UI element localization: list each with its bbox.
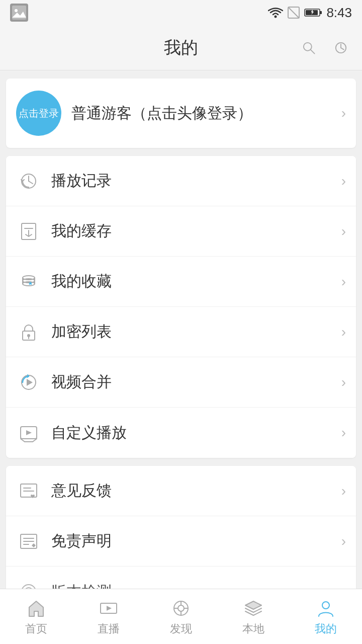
svg-point-4 [275,16,277,18]
local-nav-icon [242,597,264,619]
custom-chevron: › [341,425,346,441]
header-actions [298,37,352,59]
page-title: 我的 [164,36,198,59]
svg-point-2 [15,9,18,12]
feedback-icon [16,478,41,504]
cache-label: 我的缓存 [51,221,341,242]
live-nav-label: 直播 [98,621,120,636]
menu-item-feedback[interactable]: 意见反馈 › [6,466,356,516]
disclaimer-icon [16,529,41,554]
discover-nav-icon [170,597,192,619]
discover-nav-label: 发现 [170,621,192,636]
svg-line-15 [341,48,344,50]
menu-item-merge[interactable]: 视频合并 › [6,357,356,408]
menu-section-1: 播放记录 › 我的缓存 › [6,156,356,458]
nav-item-local[interactable]: 本地 [217,589,290,644]
profile-left: 点击登录 普通游客（点击头像登录） [16,91,252,136]
local-nav-label: 本地 [242,621,264,636]
bottom-nav: 首页 直播 发现 [0,589,362,644]
profile-chevron: › [341,105,346,121]
profile-name: 普通游客（点击头像登录） [71,103,252,124]
feedback-chevron: › [341,483,346,499]
disclaimer-chevron: › [341,533,346,549]
status-bar: 8:43 [0,0,362,25]
search-button[interactable] [298,37,320,59]
battery-icon [304,8,322,18]
menu-item-playback[interactable]: 播放记录 › [6,156,356,206]
favorites-icon [16,269,41,294]
signal-icon [287,6,300,19]
encrypted-chevron: › [341,324,346,340]
wifi-icon [268,7,283,19]
menu-item-favorites[interactable]: 我的收藏 › [6,257,356,307]
clock-icon [333,40,349,56]
cache-chevron: › [341,223,346,239]
header: 我的 [0,25,362,70]
svg-marker-55 [245,601,261,609]
svg-marker-35 [26,430,32,435]
status-bar-left [10,4,28,22]
svg-line-12 [311,49,315,53]
merge-icon [16,370,41,395]
feedback-label: 意见反馈 [51,480,341,501]
menu-item-disclaimer[interactable]: 免责声明 › [6,516,356,567]
home-nav-label: 首页 [25,621,47,636]
svg-point-50 [178,605,184,611]
encrypted-icon [16,319,41,345]
menu-item-encrypted[interactable]: 加密列表 › [6,307,356,357]
svg-line-6 [288,7,299,18]
disclaimer-label: 免责声明 [51,531,341,551]
avatar[interactable]: 点击登录 [16,91,61,136]
cache-icon [16,219,41,244]
image-icon [10,4,28,22]
status-time: 8:43 [326,5,352,21]
custom-label: 自定义播放 [51,423,341,443]
nav-item-mine[interactable]: 我的 [290,589,362,644]
merge-chevron: › [341,374,346,390]
history-button[interactable] [330,37,352,59]
menu-item-custom[interactable]: 自定义播放 › [6,408,356,458]
mine-nav-label: 我的 [315,621,337,636]
svg-marker-48 [107,606,112,611]
nav-item-home[interactable]: 首页 [0,589,72,644]
live-nav-icon [98,597,120,619]
merge-label: 视频合并 [51,372,341,392]
mine-nav-icon [315,597,337,619]
nav-item-discover[interactable]: 发现 [145,589,217,644]
nav-item-live[interactable]: 直播 [72,589,145,644]
profile-card[interactable]: 点击登录 普通游客（点击头像登录） › [6,78,356,148]
svg-point-56 [322,602,329,609]
menu-item-cache[interactable]: 我的缓存 › [6,206,356,257]
custom-icon [16,420,41,445]
playback-icon [16,169,41,194]
svg-rect-8 [320,11,322,14]
encrypted-label: 加密列表 [51,321,341,342]
home-nav-icon [25,597,47,619]
playback-chevron: › [341,173,346,189]
favorites-chevron: › [341,274,346,290]
favorites-label: 我的收藏 [51,271,341,292]
svg-marker-33 [27,379,33,386]
playback-label: 播放记录 [51,171,341,191]
search-icon [301,40,317,56]
svg-line-18 [29,181,33,184]
status-bar-right: 8:43 [268,5,352,21]
